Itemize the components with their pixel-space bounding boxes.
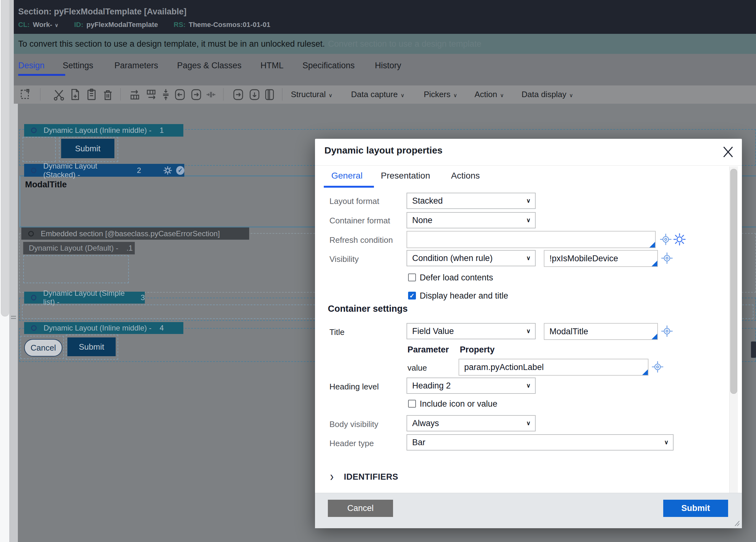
close-icon[interactable] — [720, 143, 736, 160]
modal-scrollbar-thumb[interactable] — [730, 169, 737, 394]
layout-handle-icon[interactable] — [31, 325, 37, 331]
target-icon[interactable] — [660, 324, 674, 338]
columns-icon[interactable] — [264, 88, 275, 101]
expression-corner-icon[interactable] — [642, 369, 648, 375]
layout3-header[interactable]: Dynamic Layout (Simple list) -3 — [24, 292, 145, 303]
container-format-select[interactable]: None∨ — [407, 212, 536, 229]
display-header-checkbox[interactable]: ✓ — [408, 292, 416, 299]
design-toolbar: Structural∨ Data capture∨ Pickers∨ Actio… — [14, 85, 756, 104]
tab-pages-classes[interactable]: Pages & Classes — [177, 61, 242, 71]
active-tab-underline — [18, 74, 65, 76]
chevron-down-icon: ∨ — [526, 197, 531, 204]
chevron-down-icon: ∨ — [526, 327, 531, 334]
canvas-cancel-button[interactable]: Cancel — [24, 339, 62, 356]
expression-corner-icon[interactable] — [649, 242, 655, 248]
move-left-icon[interactable] — [173, 88, 187, 101]
tab-settings[interactable]: Settings — [63, 61, 93, 71]
chevron-right-icon[interactable]: › — [330, 469, 333, 484]
insert-below-icon[interactable] — [248, 88, 261, 101]
modal-cancel-button[interactable]: Cancel — [328, 500, 393, 517]
title-value-input[interactable]: ModalTitle — [544, 323, 658, 340]
target-icon[interactable] — [660, 252, 674, 265]
layout-handle-icon[interactable] — [31, 128, 37, 133]
title-select[interactable]: Field Value∨ — [407, 323, 536, 339]
tab-html[interactable]: HTML — [260, 61, 284, 71]
value-param-input[interactable]: param.pyActionLabel — [459, 359, 648, 376]
chevron-down-icon: ∨ — [500, 92, 504, 98]
resize-grip-icon[interactable] — [732, 520, 739, 526]
tab-design[interactable]: Design — [18, 61, 45, 71]
display-header-label[interactable]: Display header and title — [420, 291, 508, 301]
tab-specifications[interactable]: Specifications — [302, 61, 355, 71]
layout4-header[interactable]: Dynamic Layout (Inline middle) -4 — [24, 322, 183, 334]
chevron-down-icon: ∨ — [401, 92, 404, 98]
expression-corner-icon[interactable] — [652, 261, 657, 266]
include-icon-label[interactable]: Include icon or value — [420, 399, 497, 409]
chevron-down-icon[interactable]: ∨ — [55, 23, 59, 28]
notification-link[interactable]: Convert section to use a design template — [328, 39, 481, 49]
container-format-label: Container format — [329, 216, 390, 226]
canvas-submit-button-bottom[interactable]: Submit — [67, 337, 116, 356]
wrap-after-icon[interactable] — [145, 88, 159, 101]
identifiers-section-label[interactable]: IDENTIFIERS — [344, 472, 398, 482]
insert-right-icon[interactable] — [231, 88, 245, 101]
heading-level-select[interactable]: Heading 2∨ — [407, 377, 536, 394]
modal-scrollbar-track[interactable] — [729, 166, 738, 493]
visibility-select[interactable]: Condition (when rule)∨ — [407, 250, 536, 266]
canvas-modal-title-text[interactable]: ModalTitle — [25, 180, 67, 190]
include-icon-checkbox[interactable] — [408, 400, 416, 408]
menu-pickers[interactable]: Pickers∨ — [424, 90, 457, 99]
rs-value: Theme-Cosmos:01-01-01 — [189, 21, 270, 29]
property-column-header: Property — [460, 345, 495, 355]
menu-data-capture[interactable]: Data capture∨ — [351, 90, 404, 99]
tab-history[interactable]: History — [375, 61, 401, 71]
menu-data-display[interactable]: Data display∨ — [522, 90, 573, 99]
left-scrollbar-thumb[interactable] — [1, 0, 9, 316]
menu-structural[interactable]: Structural∨ — [291, 90, 333, 99]
layout-handle-icon[interactable] — [31, 295, 36, 300]
modal-submit-button[interactable]: Submit — [663, 500, 728, 517]
vertical-spacing-icon[interactable] — [161, 88, 171, 101]
left-scrollbar-track[interactable] — [0, 0, 9, 542]
move-right-icon[interactable] — [189, 88, 203, 101]
splitter-handle[interactable] — [11, 316, 16, 317]
gear-icon[interactable] — [672, 232, 687, 247]
delete-trash-icon[interactable] — [101, 88, 115, 101]
defer-load-label[interactable]: Defer load contents — [420, 273, 493, 282]
canvas-submit-button-top[interactable]: Submit — [61, 139, 114, 158]
toolbar-separator — [282, 88, 282, 101]
layout1-cell-empty[interactable] — [23, 137, 56, 162]
header-type-label: Header type — [329, 439, 374, 448]
layout1-header[interactable]: Dynamic Layout (Inline middle) -1 — [24, 124, 183, 137]
wrap-before-icon[interactable] — [129, 88, 142, 101]
layout-gear-icon[interactable] — [163, 166, 172, 175]
copy-page-icon[interactable] — [68, 88, 82, 101]
modal-tab-general[interactable]: General — [331, 171, 363, 181]
cl-value[interactable]: Work- — [33, 21, 52, 29]
body-visibility-select[interactable]: Always∨ — [407, 415, 536, 431]
modal-tab-presentation[interactable]: Presentation — [381, 171, 430, 181]
layout-format-select[interactable]: Stacked∨ — [407, 193, 536, 209]
embedded-section-header[interactable]: Embedded section [@baseclass.pyCaseError… — [21, 228, 249, 240]
expression-corner-icon[interactable] — [652, 334, 657, 339]
rule-meta: CL:Work-∨ ID:pyFlexModalTemplate RS:Them… — [18, 21, 284, 29]
embedded-layout-cell[interactable] — [23, 255, 129, 283]
tab-parameters[interactable]: Parameters — [114, 61, 158, 71]
target-icon[interactable] — [651, 360, 664, 373]
header-type-select[interactable]: Bar∨ — [407, 434, 674, 450]
refresh-condition-input[interactable] — [407, 231, 656, 248]
target-icon[interactable] — [659, 233, 672, 246]
collapse-columns-icon[interactable] — [206, 88, 216, 101]
modal-tab-actions[interactable]: Actions — [451, 171, 480, 181]
select-region-icon[interactable] — [18, 88, 32, 101]
embedded-layout-header[interactable]: Dynamic Layout (Default) -.1 — [23, 242, 135, 255]
menu-action[interactable]: Action∨ — [475, 90, 504, 99]
layout2-header[interactable]: Dynamic Layout (Stacked) -2 ✓ — [24, 164, 184, 177]
paste-clipboard-icon[interactable] — [85, 88, 98, 101]
right-edge-scrollbar-fragment[interactable] — [751, 341, 756, 358]
cut-icon[interactable] — [52, 88, 66, 101]
layout-handle-icon[interactable] — [28, 231, 34, 237]
layout-handle-icon[interactable] — [31, 168, 36, 173]
defer-load-checkbox[interactable] — [408, 273, 416, 281]
visibility-condition-input[interactable]: !pxIsMobileDevice — [544, 250, 658, 267]
